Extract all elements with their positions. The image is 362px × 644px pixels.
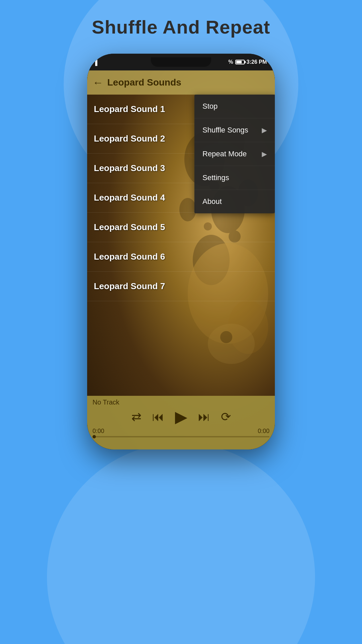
play-button[interactable]: ▶: [175, 409, 187, 425]
player-time-row: 0:00 0:00: [93, 428, 269, 435]
bg-circle-bottom: [47, 443, 315, 644]
menu-item-about[interactable]: About: [194, 190, 275, 213]
menu-arrow-repeat: ▶: [262, 150, 267, 158]
sound-item-6[interactable]: Leopard Sound 6: [87, 242, 275, 272]
context-menu: StopShuffle Songs▶Repeat Mode▶SettingsAb…: [194, 95, 275, 213]
menu-arrow-shuffle: ▶: [262, 126, 267, 134]
menu-item-stop[interactable]: Stop: [194, 95, 275, 118]
menu-item-shuffle[interactable]: Shuffle Songs▶: [194, 118, 275, 142]
player-bar: No Track ⇄ ⏮ ▶ ⏭ ⟳ 0:00 0:00: [87, 396, 275, 449]
time-current: 0:00: [93, 428, 104, 435]
sound-item-label-6: Leopard Sound 6: [94, 252, 268, 262]
sound-item-label-5: Leopard Sound 5: [94, 222, 268, 232]
repeat-button[interactable]: ⟳: [221, 411, 231, 423]
menu-item-label-stop: Stop: [202, 102, 218, 111]
sound-item-5[interactable]: Leopard Sound 5: [87, 213, 275, 242]
signal-icon: ▌: [95, 59, 100, 66]
battery-icon: [235, 60, 245, 64]
shuffle-button[interactable]: ⇄: [131, 411, 141, 423]
current-track: No Track: [93, 398, 269, 406]
menu-item-label-about: About: [202, 197, 222, 206]
status-bar: ▌ % 3:26 PM: [87, 54, 275, 70]
page-title: Shuffle And Repeat: [0, 16, 362, 38]
prev-button[interactable]: ⏮: [152, 411, 164, 423]
sound-item-7[interactable]: Leopard Sound 7: [87, 272, 275, 301]
progress-dot: [93, 435, 96, 438]
menu-item-settings[interactable]: Settings: [194, 166, 275, 190]
menu-item-label-shuffle: Shuffle Songs: [202, 126, 248, 135]
menu-item-label-repeat: Repeat Mode: [202, 150, 247, 158]
menu-item-repeat[interactable]: Repeat Mode▶: [194, 142, 275, 166]
next-button[interactable]: ⏭: [198, 411, 210, 423]
player-controls: ⇄ ⏮ ▶ ⏭ ⟳: [93, 409, 269, 425]
time-display: 3:26 PM: [247, 59, 267, 65]
header-title: Leopard Sounds: [107, 77, 269, 88]
battery-percent: %: [228, 59, 233, 65]
phone-screen: ← Leopard Sounds Leopard Sound 1Leopard …: [87, 70, 275, 449]
time-total: 0:00: [258, 428, 269, 435]
player-progress-bar[interactable]: [93, 436, 269, 437]
sound-item-label-7: Leopard Sound 7: [94, 281, 268, 291]
status-right: % 3:26 PM: [228, 59, 267, 65]
menu-item-label-settings: Settings: [202, 173, 229, 182]
app-header: ← Leopard Sounds: [87, 70, 275, 95]
back-button[interactable]: ←: [93, 76, 103, 89]
phone-frame: ▌ % 3:26 PM: [87, 54, 275, 449]
